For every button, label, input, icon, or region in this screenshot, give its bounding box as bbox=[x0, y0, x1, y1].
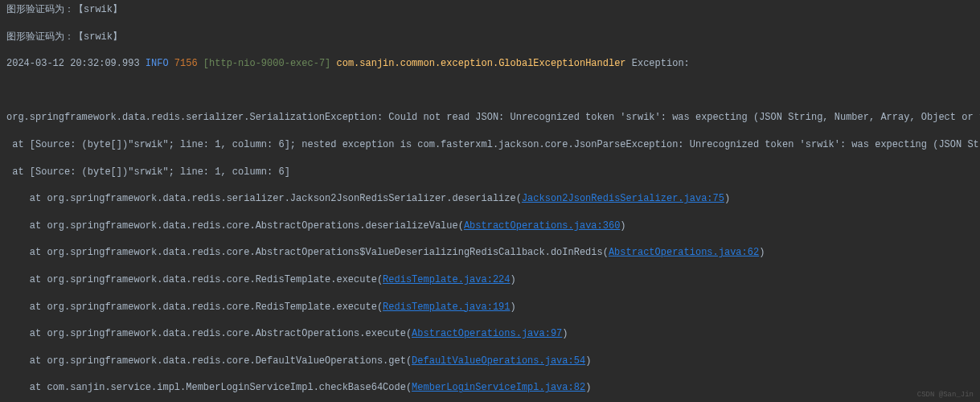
log-line-captcha-2: 图形验证码为：【srwik】 bbox=[6, 31, 974, 44]
stack-method: at org.springframework.data.redis.core.A… bbox=[6, 328, 412, 339]
stack-suffix: ) bbox=[562, 328, 568, 339]
stack-suffix: ) bbox=[511, 302, 516, 313]
thread-id: 7156 bbox=[174, 58, 203, 69]
source-link[interactable]: RedisTemplate.java:224 bbox=[383, 274, 510, 285]
source-link[interactable]: DefaultValueOperations.java:54 bbox=[412, 355, 585, 367]
stack-suffix: ) bbox=[585, 382, 591, 393]
stack-method: at org.springframework.data.redis.core.R… bbox=[6, 274, 383, 285]
log-line-header: 2024-03-12 20:32:09.993 INFO 7156 [http-… bbox=[6, 57, 974, 71]
timestamp: 2024-03-12 20:32:09.993 bbox=[6, 58, 146, 69]
source-link[interactable]: Jackson2JsonRedisSerializer.java:75 bbox=[522, 193, 724, 204]
stack-method: at org.springframework.data.redis.core.R… bbox=[6, 302, 383, 313]
stack-trace-line: at org.springframework.data.redis.core.A… bbox=[6, 219, 974, 233]
source-link[interactable]: AbstractOperations.java:97 bbox=[412, 328, 562, 339]
console-output[interactable]: 图形验证码为：【srwik】 图形验证码为：【srwik】 2024-03-12… bbox=[6, 3, 974, 402]
stack-trace-line: at org.springframework.data.redis.core.R… bbox=[6, 273, 974, 287]
stack-suffix: ) bbox=[724, 193, 730, 204]
watermark: CSDN @San_Jin bbox=[917, 390, 974, 400]
exception-handler-class: com.sanjin.common.exception.GlobalExcept… bbox=[337, 58, 632, 69]
stack-trace-line: at com.sanjin.service.impl.MemberLoginSe… bbox=[6, 381, 974, 395]
exception-source-2: at [Source: (byte[])"srwik"; line: 1, co… bbox=[6, 166, 974, 179]
log-line-captcha-1: 图形验证码为：【srwik】 bbox=[6, 3, 974, 17]
stack-method: at org.springframework.data.redis.core.A… bbox=[6, 220, 464, 232]
stack-trace-line: at org.springframework.data.redis.core.A… bbox=[6, 327, 974, 341]
log-level: INFO bbox=[146, 58, 174, 69]
source-link[interactable]: AbstractOperations.java:360 bbox=[464, 220, 620, 232]
blank-line bbox=[6, 84, 974, 98]
stack-method: at com.sanjin.service.impl.MemberLoginSe… bbox=[6, 382, 412, 393]
exception-label: Exception: bbox=[632, 58, 690, 69]
stack-method: at org.springframework.data.redis.core.D… bbox=[6, 355, 412, 367]
stack-trace-line: at org.springframework.data.redis.serial… bbox=[6, 192, 974, 206]
thread-name: [http-nio-9000-exec-7] bbox=[203, 58, 337, 69]
source-link[interactable]: RedisTemplate.java:191 bbox=[383, 302, 510, 313]
source-link[interactable]: MemberLoginServiceImpl.java:82 bbox=[412, 382, 585, 393]
stack-trace-line: at org.springframework.data.redis.core.D… bbox=[6, 355, 974, 368]
exception-main-message: org.springframework.data.redis.serialize… bbox=[6, 111, 974, 125]
stack-trace-line: at org.springframework.data.redis.core.A… bbox=[6, 246, 974, 260]
source-link[interactable]: AbstractOperations.java:62 bbox=[609, 247, 759, 258]
stack-trace-line: at org.springframework.data.redis.core.R… bbox=[6, 301, 974, 314]
stack-method: at org.springframework.data.redis.core.A… bbox=[6, 247, 609, 258]
exception-source-1: at [Source: (byte[])"srwik"; line: 1, co… bbox=[6, 138, 974, 152]
stack-suffix: ) bbox=[620, 220, 625, 232]
stack-suffix: ) bbox=[511, 274, 516, 285]
stack-suffix: ) bbox=[759, 247, 765, 258]
stack-method: at org.springframework.data.redis.serial… bbox=[6, 193, 522, 204]
stack-suffix: ) bbox=[585, 355, 591, 367]
